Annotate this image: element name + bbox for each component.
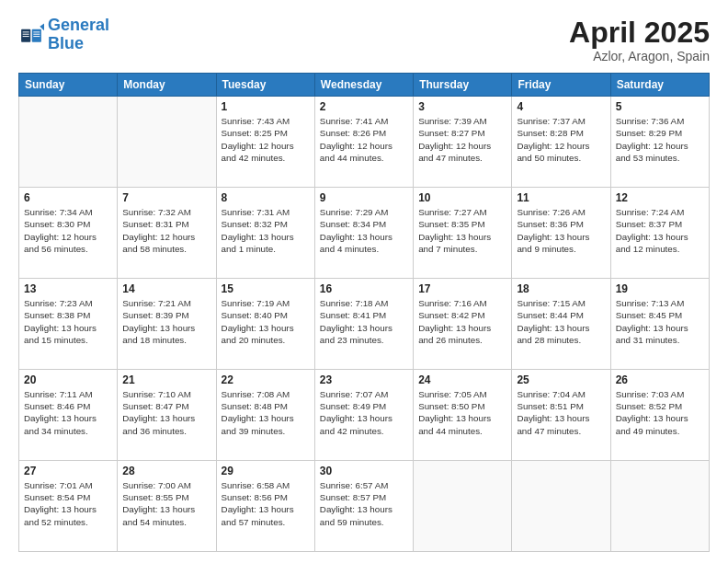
day-number: 8: [222, 191, 310, 204]
day-number: 4: [517, 100, 605, 113]
day-info: Sunrise: 7:24 AM Sunset: 8:37 PM Dayligh…: [616, 206, 704, 255]
header: General Blue April 2025 Azlor, Aragon, S…: [18, 17, 710, 63]
calendar-cell: 29Sunrise: 6:58 AM Sunset: 8:56 PM Dayli…: [216, 461, 314, 552]
day-info: Sunrise: 7:32 AM Sunset: 8:31 PM Dayligh…: [122, 206, 210, 255]
calendar-table: SundayMondayTuesdayWednesdayThursdayFrid…: [18, 73, 710, 552]
day-info: Sunrise: 6:58 AM Sunset: 8:56 PM Dayligh…: [222, 479, 310, 528]
day-info: Sunrise: 7:37 AM Sunset: 8:28 PM Dayligh…: [517, 115, 605, 164]
day-number: 7: [122, 191, 210, 204]
logo-line1: General: [48, 16, 109, 34]
day-number: 20: [24, 373, 112, 386]
main-title: April 2025: [569, 17, 710, 49]
day-number: 12: [616, 191, 704, 204]
day-info: Sunrise: 7:16 AM Sunset: 8:42 PM Dayligh…: [418, 297, 506, 346]
day-info: Sunrise: 7:10 AM Sunset: 8:47 PM Dayligh…: [122, 388, 210, 437]
day-number: 24: [418, 373, 506, 386]
day-number: 26: [616, 373, 704, 386]
calendar-cell: 20Sunrise: 7:11 AM Sunset: 8:46 PM Dayli…: [19, 370, 118, 461]
calendar-cell: 3Sunrise: 7:39 AM Sunset: 8:27 PM Daylig…: [414, 97, 512, 188]
day-info: Sunrise: 7:08 AM Sunset: 8:48 PM Dayligh…: [222, 388, 310, 437]
calendar-cell: [610, 461, 709, 552]
day-number: 10: [418, 191, 506, 204]
day-info: Sunrise: 7:19 AM Sunset: 8:40 PM Dayligh…: [222, 297, 310, 346]
col-header-saturday: Saturday: [610, 74, 709, 97]
day-info: Sunrise: 7:26 AM Sunset: 8:36 PM Dayligh…: [517, 206, 605, 255]
title-block: April 2025 Azlor, Aragon, Spain: [569, 17, 710, 63]
logo-text: General Blue: [48, 17, 109, 53]
day-number: 23: [320, 373, 408, 386]
day-info: Sunrise: 7:34 AM Sunset: 8:30 PM Dayligh…: [24, 206, 112, 255]
page: General Blue April 2025 Azlor, Aragon, S…: [0, 0, 728, 563]
day-number: 28: [122, 465, 210, 477]
day-number: 3: [418, 100, 506, 113]
day-info: Sunrise: 7:36 AM Sunset: 8:29 PM Dayligh…: [616, 115, 704, 164]
calendar-cell: 1Sunrise: 7:43 AM Sunset: 8:25 PM Daylig…: [216, 97, 314, 188]
calendar-cell: 13Sunrise: 7:23 AM Sunset: 8:38 PM Dayli…: [19, 279, 118, 370]
calendar-cell: 24Sunrise: 7:05 AM Sunset: 8:50 PM Dayli…: [414, 370, 512, 461]
calendar-cell: 27Sunrise: 7:01 AM Sunset: 8:54 PM Dayli…: [19, 461, 118, 552]
day-number: 21: [122, 373, 210, 386]
calendar-cell: 16Sunrise: 7:18 AM Sunset: 8:41 PM Dayli…: [314, 279, 413, 370]
day-number: 14: [122, 282, 210, 295]
day-number: 15: [222, 282, 310, 295]
calendar-cell: 9Sunrise: 7:29 AM Sunset: 8:34 PM Daylig…: [314, 188, 413, 279]
day-number: 19: [616, 282, 704, 295]
calendar-cell: 10Sunrise: 7:27 AM Sunset: 8:35 PM Dayli…: [414, 188, 512, 279]
day-info: Sunrise: 7:29 AM Sunset: 8:34 PM Dayligh…: [320, 206, 408, 255]
svg-rect-2: [32, 29, 41, 42]
calendar-cell: 21Sunrise: 7:10 AM Sunset: 8:47 PM Dayli…: [118, 370, 216, 461]
week-row-2: 6Sunrise: 7:34 AM Sunset: 8:30 PM Daylig…: [19, 188, 710, 279]
calendar-cell: 12Sunrise: 7:24 AM Sunset: 8:37 PM Dayli…: [610, 188, 709, 279]
logo: General Blue: [18, 17, 109, 53]
day-info: Sunrise: 7:18 AM Sunset: 8:41 PM Dayligh…: [320, 297, 408, 346]
day-info: Sunrise: 7:43 AM Sunset: 8:25 PM Dayligh…: [222, 115, 310, 164]
col-header-monday: Monday: [118, 74, 216, 97]
day-number: 25: [517, 373, 605, 386]
day-number: 17: [418, 282, 506, 295]
day-number: 2: [320, 100, 408, 113]
day-number: 9: [320, 191, 408, 204]
calendar-cell: 2Sunrise: 7:41 AM Sunset: 8:26 PM Daylig…: [314, 97, 413, 188]
day-info: Sunrise: 7:05 AM Sunset: 8:50 PM Dayligh…: [418, 388, 506, 437]
day-info: Sunrise: 7:15 AM Sunset: 8:44 PM Dayligh…: [517, 297, 605, 346]
calendar-cell: [118, 97, 216, 188]
logo-line2: Blue: [48, 34, 84, 52]
calendar-cell: 23Sunrise: 7:07 AM Sunset: 8:49 PM Dayli…: [314, 370, 413, 461]
week-row-3: 13Sunrise: 7:23 AM Sunset: 8:38 PM Dayli…: [19, 279, 710, 370]
subtitle: Azlor, Aragon, Spain: [569, 49, 710, 63]
calendar-cell: 14Sunrise: 7:21 AM Sunset: 8:39 PM Dayli…: [118, 279, 216, 370]
week-row-5: 27Sunrise: 7:01 AM Sunset: 8:54 PM Dayli…: [19, 461, 710, 552]
day-info: Sunrise: 7:04 AM Sunset: 8:51 PM Dayligh…: [517, 388, 605, 437]
day-info: Sunrise: 7:39 AM Sunset: 8:27 PM Dayligh…: [418, 115, 506, 164]
calendar-cell: 8Sunrise: 7:31 AM Sunset: 8:32 PM Daylig…: [216, 188, 314, 279]
calendar-cell: [414, 461, 512, 552]
calendar-cell: 17Sunrise: 7:16 AM Sunset: 8:42 PM Dayli…: [414, 279, 512, 370]
day-info: Sunrise: 7:41 AM Sunset: 8:26 PM Dayligh…: [320, 115, 408, 164]
day-info: Sunrise: 7:13 AM Sunset: 8:45 PM Dayligh…: [616, 297, 704, 346]
day-number: 30: [320, 465, 408, 477]
day-number: 22: [222, 373, 310, 386]
col-header-tuesday: Tuesday: [216, 74, 314, 97]
day-info: Sunrise: 7:21 AM Sunset: 8:39 PM Dayligh…: [122, 297, 210, 346]
calendar-cell: 5Sunrise: 7:36 AM Sunset: 8:29 PM Daylig…: [610, 97, 709, 188]
day-info: Sunrise: 7:07 AM Sunset: 8:49 PM Dayligh…: [320, 388, 408, 437]
col-header-thursday: Thursday: [414, 74, 512, 97]
day-number: 1: [222, 100, 310, 113]
calendar-header-row: SundayMondayTuesdayWednesdayThursdayFrid…: [19, 74, 710, 97]
calendar-cell: 15Sunrise: 7:19 AM Sunset: 8:40 PM Dayli…: [216, 279, 314, 370]
calendar-cell: 7Sunrise: 7:32 AM Sunset: 8:31 PM Daylig…: [118, 188, 216, 279]
calendar-cell: 18Sunrise: 7:15 AM Sunset: 8:44 PM Dayli…: [512, 279, 610, 370]
calendar-cell: [19, 97, 118, 188]
day-number: 6: [24, 191, 112, 204]
day-info: Sunrise: 7:11 AM Sunset: 8:46 PM Dayligh…: [24, 388, 112, 437]
calendar-cell: 28Sunrise: 7:00 AM Sunset: 8:55 PM Dayli…: [118, 461, 216, 552]
day-number: 29: [222, 465, 310, 477]
day-info: Sunrise: 7:31 AM Sunset: 8:32 PM Dayligh…: [222, 206, 310, 255]
calendar-cell: 22Sunrise: 7:08 AM Sunset: 8:48 PM Dayli…: [216, 370, 314, 461]
day-number: 16: [320, 282, 408, 295]
calendar-cell: 6Sunrise: 7:34 AM Sunset: 8:30 PM Daylig…: [19, 188, 118, 279]
calendar-cell: 11Sunrise: 7:26 AM Sunset: 8:36 PM Dayli…: [512, 188, 610, 279]
day-number: 11: [517, 191, 605, 204]
calendar-cell: [512, 461, 610, 552]
calendar-cell: 30Sunrise: 6:57 AM Sunset: 8:57 PM Dayli…: [314, 461, 413, 552]
